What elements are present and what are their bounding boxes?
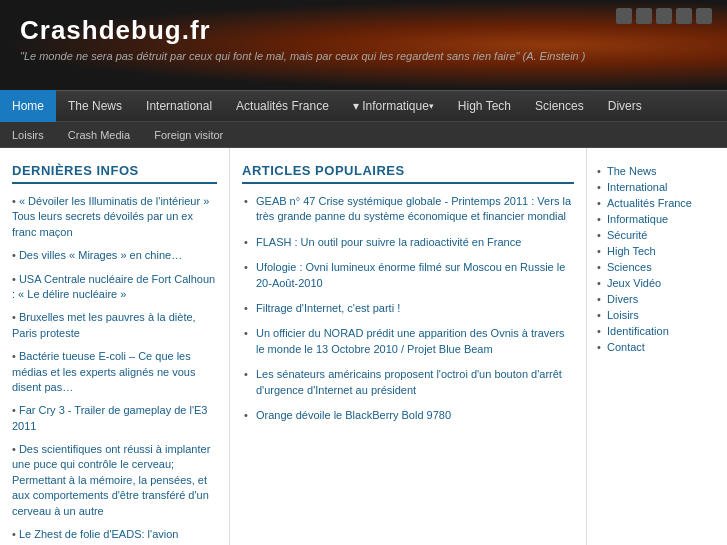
nav-high-tech[interactable]: High Tech — [446, 90, 523, 122]
nav-international[interactable]: International — [134, 90, 224, 122]
nav-home[interactable]: Home — [0, 90, 56, 122]
main-content: DERNIÈRES INFOS « Dévoiler les Illuminat… — [0, 148, 727, 545]
nav-loisirs[interactable]: Loisirs — [0, 122, 56, 148]
nav-informatique[interactable]: ▾ Informatique — [341, 90, 446, 122]
sidebar-link-international[interactable]: International — [597, 179, 717, 195]
list-item: Des villes « Mirages » en chine… — [12, 248, 217, 263]
news-link[interactable]: Bactérie tueuse E-coli – Ce que les médi… — [12, 350, 195, 393]
sidebar-link-sciences[interactable]: Sciences — [597, 259, 717, 275]
sidebar-link-contact[interactable]: Contact — [597, 339, 717, 355]
sidebar-link-jeux-video[interactable]: Jeux Vidéo — [597, 275, 717, 291]
news-link[interactable]: Far Cry 3 - Trailer de gameplay de l'E3 … — [12, 404, 208, 431]
popular-link[interactable]: FLASH : Un outil pour suivre la radioact… — [256, 236, 521, 248]
list-item: Bactérie tueuse E-coli – Ce que les médi… — [12, 349, 217, 395]
popular-link[interactable]: Filtrage d'Internet, c'est parti ! — [256, 302, 400, 314]
dernières-infos-column: DERNIÈRES INFOS « Dévoiler les Illuminat… — [0, 148, 230, 545]
sidebar-links-column: The News International Actualités France… — [587, 148, 727, 545]
news-link[interactable]: Bruxelles met les pauvres à la diète, Pa… — [12, 311, 196, 338]
popular-link[interactable]: GEAB n° 47 Crise systémique globale - Pr… — [256, 195, 571, 222]
list-item: Les sénateurs américains proposent l'oct… — [242, 367, 574, 398]
list-item: Far Cry 3 - Trailer de gameplay de l'E3 … — [12, 403, 217, 434]
list-item: Bruxelles met les pauvres à la diète, Pa… — [12, 310, 217, 341]
site-subtitle: "Le monde ne sera pas détruit par ceux q… — [20, 50, 707, 62]
list-item: Des scientifiques ont réussi à implanter… — [12, 442, 217, 519]
secondary-nav: Loisirs Crash Media Foreign visitor — [0, 122, 727, 148]
list-item: Filtrage d'Internet, c'est parti ! — [242, 301, 574, 316]
popular-link[interactable]: Ufologie : Ovni lumineux énorme filmé su… — [256, 261, 565, 288]
site-title: Crashdebug.fr — [20, 15, 707, 46]
list-item: « Dévoiler les Illuminatis de l'intérieu… — [12, 194, 217, 240]
list-item: Orange dévoile le BlackBerry Bold 9780 — [242, 408, 574, 423]
nav-foreign-visitor[interactable]: Foreign visitor — [142, 122, 235, 148]
popular-link[interactable]: Les sénateurs américains proposent l'oct… — [256, 368, 562, 395]
articles-populaires-column: ARTICLES POPULAIRES GEAB n° 47 Crise sys… — [230, 148, 587, 545]
list-item: FLASH : Un outil pour suivre la radioact… — [242, 235, 574, 250]
dernieres-infos-title: DERNIÈRES INFOS — [12, 163, 217, 184]
sidebar-link-securite[interactable]: Sécurité — [597, 227, 717, 243]
site-header: Crashdebug.fr "Le monde ne sera pas détr… — [0, 0, 727, 90]
sidebar-link-divers[interactable]: Divers — [597, 291, 717, 307]
nav-sciences[interactable]: Sciences — [523, 90, 596, 122]
sidebar-link-high-tech[interactable]: High Tech — [597, 243, 717, 259]
sidebar-link-informatique[interactable]: Informatique — [597, 211, 717, 227]
sidebar-link-identification[interactable]: Identification — [597, 323, 717, 339]
sidebar-link-actualites-france[interactable]: Actualités France — [597, 195, 717, 211]
news-link[interactable]: « Dévoiler les Illuminatis de l'intérieu… — [12, 195, 209, 238]
sidebar-link-the-news[interactable]: The News — [597, 163, 717, 179]
news-link[interactable]: Des villes « Mirages » en chine… — [19, 249, 182, 261]
nav-the-news[interactable]: The News — [56, 90, 134, 122]
nav-crash-media[interactable]: Crash Media — [56, 122, 142, 148]
nav-divers[interactable]: Divers — [596, 90, 654, 122]
list-item: Un officier du NORAD prédit une appariti… — [242, 326, 574, 357]
news-link[interactable]: Des scientifiques ont réussi à implanter… — [12, 443, 210, 517]
primary-nav: Home The News International Actualités F… — [0, 90, 727, 122]
popular-link[interactable]: Orange dévoile le BlackBerry Bold 9780 — [256, 409, 451, 421]
list-item: Le Zhest de folie d'EADS: l'avion supers… — [12, 527, 217, 545]
sidebar-link-loisirs[interactable]: Loisirs — [597, 307, 717, 323]
news-link[interactable]: Le Zhest de folie d'EADS: l'avion supers… — [12, 528, 178, 545]
list-item: GEAB n° 47 Crise systémique globale - Pr… — [242, 194, 574, 225]
news-link[interactable]: USA Centrale nucléaire de Fort Calhoun :… — [12, 273, 215, 300]
list-item: Ufologie : Ovni lumineux énorme filmé su… — [242, 260, 574, 291]
articles-populaires-title: ARTICLES POPULAIRES — [242, 163, 574, 184]
list-item: USA Centrale nucléaire de Fort Calhoun :… — [12, 272, 217, 303]
popular-link[interactable]: Un officier du NORAD prédit une appariti… — [256, 327, 565, 354]
nav-actualites-france[interactable]: Actualités France — [224, 90, 341, 122]
